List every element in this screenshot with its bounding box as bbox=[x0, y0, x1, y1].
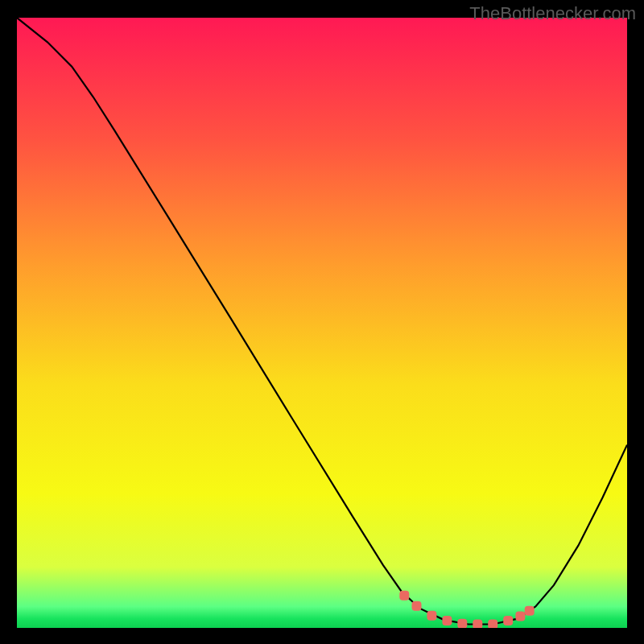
highlight-marker bbox=[473, 620, 482, 629]
highlight-marker bbox=[442, 616, 452, 625]
highlight-markers bbox=[399, 591, 534, 628]
highlight-marker bbox=[525, 606, 535, 616]
highlight-marker bbox=[457, 619, 467, 628]
gradient-background bbox=[17, 18, 627, 628]
watermark: TheBottlenecker.com bbox=[469, 3, 636, 24]
highlight-marker bbox=[427, 611, 436, 621]
highlight-marker bbox=[399, 591, 409, 601]
bottleneck-curve bbox=[17, 18, 627, 625]
highlight-marker bbox=[515, 612, 525, 621]
chart-svg bbox=[17, 18, 627, 628]
highlight-marker bbox=[488, 620, 497, 629]
highlight-marker bbox=[412, 601, 422, 611]
chart-plot-area bbox=[17, 18, 627, 628]
highlight-marker bbox=[503, 616, 513, 625]
